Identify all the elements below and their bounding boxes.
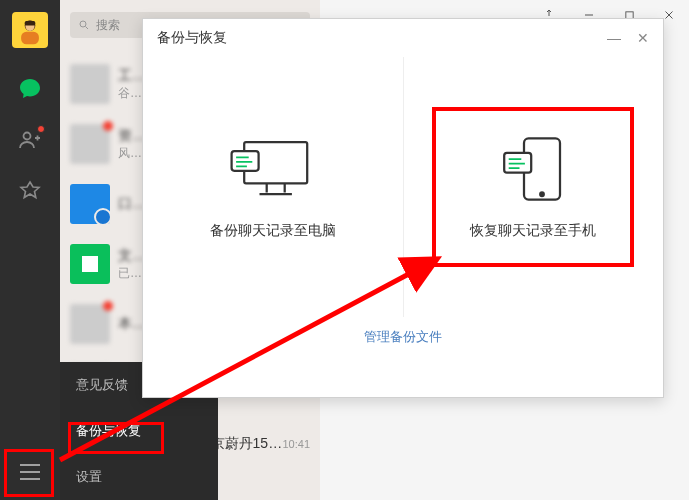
app-root: 搜索 工… 谷… 资… 风… 口… xyxy=(0,0,689,500)
search-icon xyxy=(78,19,90,31)
backup-to-pc-option[interactable]: 备份聊天记录至电脑 xyxy=(143,57,403,317)
backup-restore-dialog: 备份与恢复 — ✕ 备份聊天记录至电脑 xyxy=(142,18,664,398)
manage-backup-files-link[interactable]: 管理备份文件 xyxy=(364,329,442,344)
svg-point-11 xyxy=(540,192,544,196)
avatar[interactable] xyxy=(12,12,48,48)
menu-button[interactable] xyxy=(10,452,50,492)
dialog-body: 备份聊天记录至电脑 恢复聊天记录至手机 xyxy=(143,57,663,317)
backup-to-pc-label: 备份聊天记录至电脑 xyxy=(210,222,336,240)
monitor-icon xyxy=(228,134,318,204)
svg-point-5 xyxy=(24,133,31,140)
svg-rect-9 xyxy=(231,151,258,171)
dialog-close-button[interactable]: ✕ xyxy=(637,30,649,46)
chat-avatar xyxy=(70,304,110,344)
chat-avatar xyxy=(70,184,110,224)
restore-to-phone-option[interactable]: 恢复聊天记录至手机 xyxy=(403,57,664,317)
contacts-icon[interactable] xyxy=(18,128,42,152)
contacts-badge xyxy=(37,125,45,133)
search-placeholder: 搜索 xyxy=(96,17,120,34)
chat-avatar xyxy=(70,124,110,164)
dialog-title: 备份与恢复 xyxy=(157,29,227,47)
dialog-footer: 管理备份文件 xyxy=(143,317,663,356)
phone-icon xyxy=(488,134,578,204)
dialog-titlebar: 备份与恢复 — ✕ xyxy=(143,19,663,57)
chat-time: 10:41 xyxy=(282,438,310,450)
svg-rect-2 xyxy=(21,32,39,44)
chat-avatar xyxy=(70,244,110,284)
svg-rect-4 xyxy=(25,21,36,25)
chat-avatar xyxy=(70,64,110,104)
restore-to-phone-label: 恢复聊天记录至手机 xyxy=(470,222,596,240)
svg-point-6 xyxy=(80,21,86,27)
menu-settings[interactable]: 设置 xyxy=(60,454,218,500)
sidebar xyxy=(0,0,60,500)
unread-dot xyxy=(103,121,113,131)
chat-icon[interactable] xyxy=(18,76,42,100)
favorites-icon[interactable] xyxy=(18,180,42,204)
dialog-minimize-button[interactable]: — xyxy=(607,30,621,46)
unread-dot xyxy=(103,301,113,311)
menu-backup-restore[interactable]: 备份与恢复 xyxy=(60,408,218,454)
